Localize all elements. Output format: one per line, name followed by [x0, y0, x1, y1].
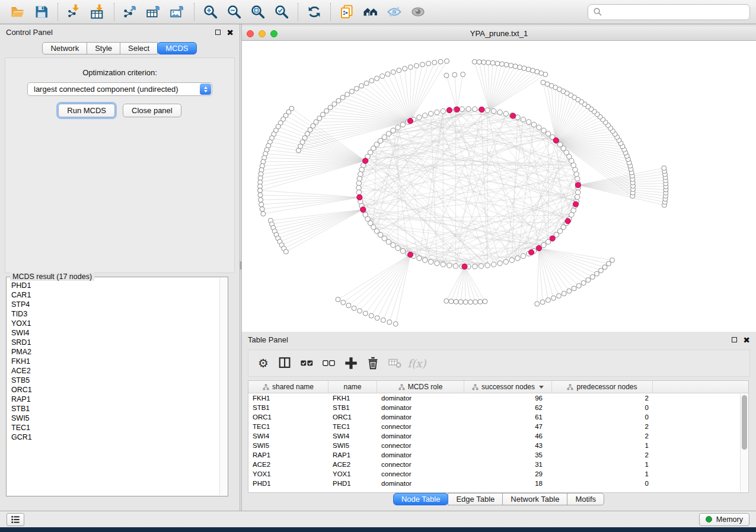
network-node[interactable]	[417, 115, 422, 120]
network-leaf-node[interactable]	[261, 211, 266, 216]
close-table-panel-icon[interactable]: ✖	[743, 336, 750, 344]
network-node[interactable]	[473, 107, 477, 111]
network-leaf-node[interactable]	[602, 265, 607, 270]
network-leaf-node[interactable]	[504, 62, 509, 67]
network-leaf-node[interactable]	[581, 281, 586, 286]
network-node[interactable]	[400, 122, 405, 127]
table-settings-button[interactable]: ⚙	[253, 353, 273, 373]
network-leaf-node[interactable]	[557, 293, 562, 298]
network-leaf-node[interactable]	[414, 63, 419, 68]
network-node[interactable]	[435, 110, 439, 114]
network-leaf-node[interactable]	[500, 62, 505, 66]
mcds-node-item[interactable]: GCR1	[11, 432, 215, 442]
network-leaf-node[interactable]	[363, 311, 368, 316]
network-leaf-node[interactable]	[481, 60, 486, 65]
zoom-fit-button[interactable]	[246, 1, 270, 23]
network-leaf-node[interactable]	[349, 89, 354, 94]
float-table-panel-icon[interactable]	[732, 337, 737, 342]
network-leaf-node[interactable]	[535, 302, 540, 306]
mcds-selected-node[interactable]	[575, 182, 580, 188]
network-leaf-node[interactable]	[332, 102, 337, 107]
table-scrollbar-thumb[interactable]	[742, 395, 747, 450]
network-leaf-node[interactable]	[260, 207, 264, 211]
export-image-button[interactable]	[166, 1, 190, 23]
network-leaf-node[interactable]	[324, 108, 329, 113]
column-header-predecessor-nodes[interactable]: predecessor nodes	[552, 381, 653, 393]
network-leaf-node[interactable]	[595, 271, 599, 276]
network-leaf-node[interactable]	[606, 261, 611, 266]
network-leaf-node[interactable]	[283, 249, 288, 254]
network-node[interactable]	[395, 125, 400, 130]
mcds-selected-node[interactable]	[553, 137, 559, 143]
network-node[interactable]	[423, 258, 428, 262]
network-leaf-node[interactable]	[540, 300, 545, 305]
network-leaf-node[interactable]	[590, 275, 595, 280]
network-node[interactable]	[441, 262, 445, 267]
network-leaf-node[interactable]	[369, 313, 374, 318]
clone-network-button[interactable]	[335, 1, 359, 23]
network-node[interactable]	[429, 111, 433, 116]
export-table-button[interactable]	[142, 1, 166, 23]
network-leaf-node[interactable]	[513, 64, 518, 69]
export-network-button[interactable]	[119, 1, 142, 23]
network-node[interactable]	[541, 243, 546, 248]
table-row[interactable]: RAP1RAP1dominator352	[248, 450, 748, 460]
network-leaf-node[interactable]	[458, 300, 463, 305]
network-leaf-node[interactable]	[403, 66, 407, 71]
network-node[interactable]	[356, 185, 361, 190]
network-node[interactable]	[417, 256, 422, 261]
network-node[interactable]	[460, 107, 464, 111]
network-leaf-node[interactable]	[420, 62, 425, 67]
criterion-select[interactable]: largest connected component (undirected)	[27, 82, 212, 96]
network-leaf-node[interactable]	[531, 68, 535, 73]
mcds-node-item[interactable]: PHD1	[11, 281, 215, 290]
network-leaf-node[interactable]	[461, 72, 465, 77]
network-node[interactable]	[378, 232, 382, 237]
mcds-selected-node[interactable]	[536, 245, 541, 251]
column-header-name[interactable]: name	[328, 381, 377, 393]
network-leaf-node[interactable]	[546, 298, 550, 303]
network-node[interactable]	[423, 113, 428, 118]
add-row-button[interactable]	[341, 353, 361, 373]
mcds-node-item[interactable]: STB1	[11, 404, 215, 414]
mcds-node-item[interactable]: SWI5	[11, 414, 215, 423]
mcds-node-item[interactable]: PMA2	[11, 347, 215, 357]
table-row[interactable]: SWI5SWI5connector431	[248, 441, 748, 450]
column-header-shared-name[interactable]: shared name	[248, 381, 328, 393]
close-panel-button[interactable]: Close panel	[123, 104, 181, 117]
network-leaf-node[interactable]	[586, 278, 591, 283]
table-row[interactable]: FKH1FKH1dominator962	[248, 393, 748, 403]
network-node[interactable]	[537, 125, 541, 130]
network-node[interactable]	[359, 167, 364, 172]
network-leaf-node[interactable]	[526, 67, 531, 72]
window-zoom-icon[interactable]	[270, 30, 277, 37]
refresh-view-button[interactable]	[302, 1, 326, 23]
network-leaf-node[interactable]	[321, 112, 326, 117]
mcds-selected-node[interactable]	[565, 219, 570, 224]
network-leaf-node[interactable]	[340, 95, 345, 100]
mcds-node-item[interactable]: STP4	[11, 300, 215, 309]
mcds-selected-node[interactable]	[361, 207, 366, 212]
network-node[interactable]	[356, 181, 361, 185]
network-leaf-node[interactable]	[432, 60, 437, 65]
network-node[interactable]	[441, 108, 445, 113]
network-node[interactable]	[521, 254, 525, 258]
network-leaf-node[interactable]	[387, 320, 392, 325]
network-node[interactable]	[466, 107, 471, 111]
network-leaf-node[interactable]	[391, 70, 395, 75]
network-leaf-node[interactable]	[369, 78, 374, 83]
network-leaf-node[interactable]	[541, 80, 546, 85]
window-minimize-icon[interactable]	[259, 30, 266, 37]
network-leaf-node[interactable]	[472, 59, 477, 64]
network-graph[interactable]	[242, 41, 756, 332]
hide-selected-button[interactable]	[382, 1, 406, 23]
network-node[interactable]	[473, 264, 477, 269]
mcds-node-item[interactable]: RAP1	[11, 395, 215, 404]
mcds-node-item[interactable]: SRD1	[11, 338, 215, 347]
network-node[interactable]	[574, 172, 579, 177]
mcds-node-item[interactable]: ORC1	[11, 385, 215, 395]
mcds-node-item[interactable]: STB5	[11, 376, 215, 385]
network-node[interactable]	[447, 263, 452, 268]
network-leaf-node[interactable]	[354, 86, 359, 91]
network-leaf-node[interactable]	[352, 306, 356, 310]
